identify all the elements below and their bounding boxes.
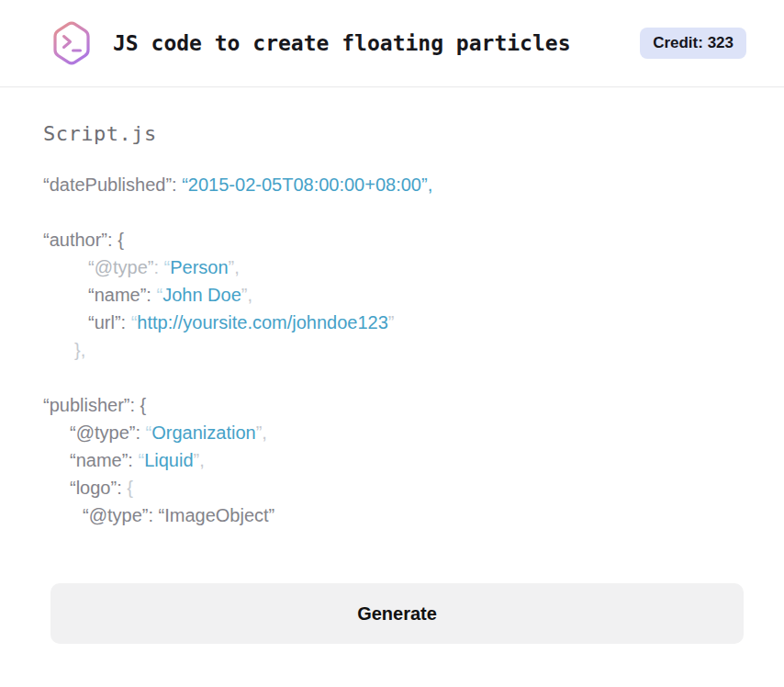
code-blank-line xyxy=(43,364,742,391)
code-line: “datePublished”: “2015-02-05T08:00:00+08… xyxy=(43,171,742,198)
code-token: : xyxy=(135,422,145,443)
code-token: “@type”: “ImageObject” xyxy=(83,505,274,525)
code-token: “datePublished”: xyxy=(43,175,182,195)
credit-badge: Credit: 323 xyxy=(640,28,746,59)
code-block: “datePublished”: “2015-02-05T08:00:00+08… xyxy=(43,171,742,529)
code-line: “url”: “http://yoursite.com/johndoe123” xyxy=(43,309,742,336)
code-token: “name” xyxy=(88,285,146,305)
code-token: ”, xyxy=(241,285,252,305)
code-token: “url” xyxy=(88,312,121,332)
code-token: “@type” xyxy=(88,257,153,277)
code-token: ”, xyxy=(194,450,205,470)
code-token: ”, xyxy=(229,257,240,277)
code-token: Person xyxy=(170,257,228,277)
code-token: : xyxy=(153,257,163,277)
code-line: }, xyxy=(43,336,742,364)
code-token: : xyxy=(128,450,138,470)
code-token: http://yoursite.com/johndoe123 xyxy=(137,312,388,332)
code-line: “author”: { xyxy=(43,226,742,253)
code-token: Liquid xyxy=(144,450,193,470)
code-token: : xyxy=(121,312,131,332)
code-token: “logo” xyxy=(70,478,117,498)
page-title: JS code to create floating particles xyxy=(113,31,640,55)
code-token: “author”: { xyxy=(43,230,124,250)
generate-button[interactable]: Generate xyxy=(50,583,744,644)
header: JS code to create floating particles Cre… xyxy=(0,0,784,87)
code-token: { xyxy=(127,478,133,498)
code-line: “@type”: “Organization”, xyxy=(43,419,742,446)
code-line: “name”: “John Doe”, xyxy=(43,281,742,309)
code-token: : xyxy=(117,478,127,498)
code-line: “name”: “Liquid”, xyxy=(43,446,742,474)
code-token: “name” xyxy=(70,450,128,470)
filename-label: Script.js xyxy=(43,122,742,145)
code-line: “@type”: “Person”, xyxy=(43,253,742,281)
code-line: “@type”: “ImageObject” xyxy=(43,501,742,529)
code-token: “publisher”: { xyxy=(43,395,146,415)
code-blank-line xyxy=(43,198,742,226)
code-token: }, xyxy=(74,340,85,360)
code-token: ”, xyxy=(256,422,267,443)
code-token: : xyxy=(146,285,156,305)
code-token: Organization xyxy=(151,422,255,443)
code-token: “2015-02-05T08:00:00+08:00”, xyxy=(182,175,432,195)
code-token: ” xyxy=(388,312,395,332)
code-line: “logo”: { xyxy=(43,474,742,501)
terminal-prompt-hexagon-icon xyxy=(50,19,93,67)
code-token: “@type” xyxy=(70,422,135,443)
code-line: “publisher”: { xyxy=(43,391,742,419)
code-token: John Doe xyxy=(162,285,241,305)
main-content: Script.js “datePublished”: “2015-02-05T0… xyxy=(0,87,784,644)
